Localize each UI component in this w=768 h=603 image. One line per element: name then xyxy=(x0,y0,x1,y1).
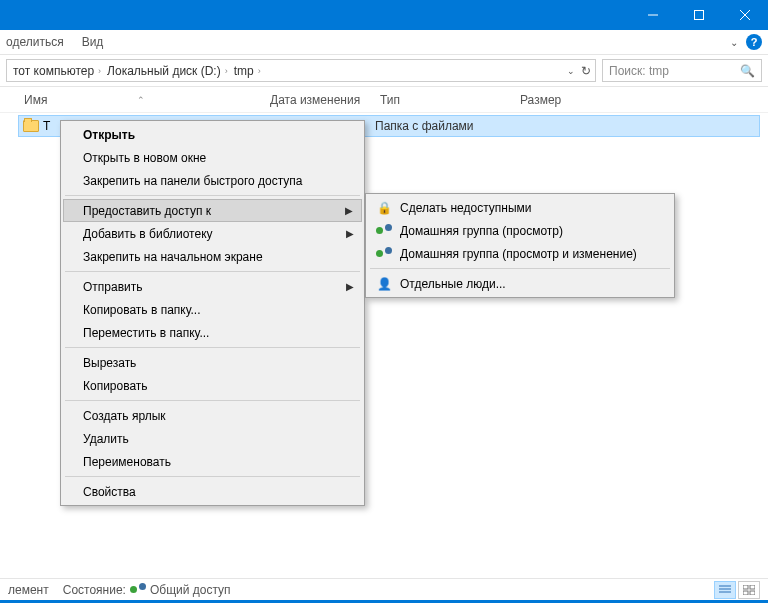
tab-view[interactable]: Вид xyxy=(82,35,104,49)
lock-icon xyxy=(376,200,392,216)
separator xyxy=(65,476,360,477)
status-bar: лемент Состояние: Общий доступ xyxy=(0,578,768,600)
search-placeholder: Поиск: tmp xyxy=(609,64,669,78)
submenu-arrow-icon: ▶ xyxy=(346,228,354,239)
view-details-button[interactable] xyxy=(714,581,736,599)
submenu-arrow-icon: ▶ xyxy=(346,281,354,292)
status-state-value: Общий доступ xyxy=(150,583,231,597)
ctx-rename[interactable]: Переименовать xyxy=(63,450,362,473)
ctx-copy-to-folder[interactable]: Копировать в папку... xyxy=(63,298,362,321)
ctx-properties[interactable]: Свойства xyxy=(63,480,362,503)
status-state-label: Состояние: xyxy=(63,583,126,597)
ctx-add-library[interactable]: Добавить в библиотеку▶ xyxy=(63,222,362,245)
separator xyxy=(65,271,360,272)
sort-caret-icon: ⌃ xyxy=(137,95,145,105)
status-items-count: лемент xyxy=(8,583,49,597)
maximize-button[interactable] xyxy=(676,0,722,30)
column-headers: Имя⌃ Дата изменения Тип Размер xyxy=(0,87,768,113)
submenu-arrow-icon: ▶ xyxy=(345,205,353,216)
ctx-delete[interactable]: Удалить xyxy=(63,427,362,450)
separator xyxy=(65,195,360,196)
group-icon xyxy=(376,224,392,238)
search-input[interactable]: Поиск: tmp 🔍 xyxy=(602,59,762,82)
file-name: T xyxy=(43,119,50,133)
ctx-send-to[interactable]: Отправить▶ xyxy=(63,275,362,298)
view-large-button[interactable] xyxy=(738,581,760,599)
group-icon xyxy=(376,247,392,261)
column-type[interactable]: Тип xyxy=(380,93,520,107)
help-icon[interactable]: ? xyxy=(746,34,762,50)
group-icon xyxy=(130,583,146,597)
sub-make-unavailable[interactable]: Сделать недоступными xyxy=(368,196,672,219)
separator xyxy=(65,400,360,401)
separator xyxy=(370,268,670,269)
ribbon-expand-icon[interactable]: ⌄ xyxy=(730,37,738,48)
sub-specific-people[interactable]: Отдельные люди... xyxy=(368,272,672,295)
breadcrumb-disk[interactable]: Локальный диск (D:)› xyxy=(105,64,230,78)
person-icon xyxy=(376,276,392,292)
address-row: тот компьютер› Локальный диск (D:)› tmp›… xyxy=(0,55,768,87)
address-dropdown-icon[interactable]: ⌄ xyxy=(567,66,575,76)
refresh-icon[interactable]: ↻ xyxy=(581,64,591,78)
ctx-grant-access[interactable]: Предоставить доступ к▶ xyxy=(63,199,362,222)
column-date[interactable]: Дата изменения xyxy=(270,93,380,107)
ctx-cut[interactable]: Вырезать xyxy=(63,351,362,374)
file-type: Папка с файлами xyxy=(375,119,474,133)
separator xyxy=(65,347,360,348)
search-icon: 🔍 xyxy=(740,64,755,78)
address-bar[interactable]: тот компьютер› Локальный диск (D:)› tmp›… xyxy=(6,59,596,82)
breadcrumb-pc[interactable]: тот компьютер› xyxy=(11,64,103,78)
svg-rect-1 xyxy=(695,11,704,20)
titlebar xyxy=(0,0,768,30)
ctx-create-shortcut[interactable]: Создать ярлык xyxy=(63,404,362,427)
ctx-copy[interactable]: Копировать xyxy=(63,374,362,397)
breadcrumb-folder[interactable]: tmp› xyxy=(232,64,263,78)
sub-homegroup-edit[interactable]: Домашняя группа (просмотр и изменение) xyxy=(368,242,672,265)
ctx-pin-start[interactable]: Закрепить на начальном экране xyxy=(63,245,362,268)
ctx-move-to-folder[interactable]: Переместить в папку... xyxy=(63,321,362,344)
column-name[interactable]: Имя⌃ xyxy=(0,93,270,107)
close-button[interactable] xyxy=(722,0,768,30)
svg-rect-9 xyxy=(743,591,748,595)
svg-rect-7 xyxy=(743,585,748,589)
context-menu: Открыть Открыть в новом окне Закрепить н… xyxy=(60,120,365,506)
ribbon-tabs: оделиться Вид ⌄ ? xyxy=(0,30,768,55)
svg-rect-10 xyxy=(750,591,755,595)
svg-rect-8 xyxy=(750,585,755,589)
minimize-button[interactable] xyxy=(630,0,676,30)
column-size[interactable]: Размер xyxy=(520,93,600,107)
ctx-open-new-window[interactable]: Открыть в новом окне xyxy=(63,146,362,169)
ctx-open[interactable]: Открыть xyxy=(63,123,362,146)
folder-icon xyxy=(23,120,39,132)
sub-homegroup-view[interactable]: Домашняя группа (просмотр) xyxy=(368,219,672,242)
ctx-pin-quick-access[interactable]: Закрепить на панели быстрого доступа xyxy=(63,169,362,192)
tab-share[interactable]: оделиться xyxy=(6,35,64,49)
grant-access-submenu: Сделать недоступными Домашняя группа (пр… xyxy=(365,193,675,298)
